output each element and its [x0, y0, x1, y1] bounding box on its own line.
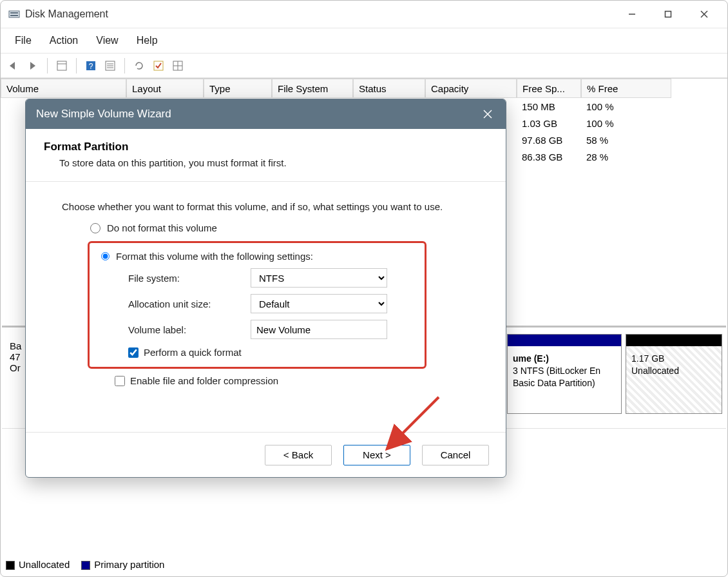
partition-detail: 1.17 GB [631, 353, 716, 365]
svg-rect-2 [10, 15, 18, 16]
window-controls [614, 1, 722, 28]
partition-detail: Basic Data Partition) [513, 377, 616, 389]
svg-text:?: ? [89, 62, 93, 71]
th-capacity[interactable]: Capacity [425, 79, 517, 98]
properties-icon[interactable] [53, 57, 71, 75]
forward-icon[interactable] [24, 57, 42, 75]
cell-free: 150 MB [517, 98, 581, 115]
cancel-button[interactable]: Cancel [422, 445, 489, 465]
svg-rect-1 [10, 12, 18, 14]
table-header: Volume Layout Type File System Status Ca… [1, 79, 727, 98]
select-allocation[interactable]: Default [251, 294, 387, 313]
input-volume-label[interactable] [251, 320, 387, 339]
titlebar: Disk Management [1, 1, 727, 28]
disk-mgmt-icon [8, 8, 20, 20]
check-icon[interactable] [149, 57, 168, 75]
th-free[interactable]: Free Sp... [517, 79, 581, 98]
minimize-button[interactable] [614, 1, 650, 28]
th-filesystem[interactable]: File System [272, 79, 353, 98]
checkbox-quick-format-label: Perform a quick format [144, 347, 242, 358]
radio-format[interactable]: Format this volume with the following se… [101, 251, 413, 262]
dialog-title: New Simple Volume Wizard [36, 108, 171, 121]
dialog-close-button[interactable] [480, 106, 495, 122]
partition-stripe [626, 335, 722, 346]
partition-detail: Unallocated [631, 365, 716, 377]
radio-no-format-input[interactable] [90, 223, 101, 233]
legend: Unallocated Primary partition [6, 559, 164, 570]
partition-title: ume (E:) [513, 353, 616, 365]
cell-pct: 100 % [581, 98, 671, 115]
checkbox-quick-format[interactable]: Perform a quick format [128, 347, 413, 358]
radio-format-input[interactable] [101, 252, 110, 260]
separator [47, 58, 48, 73]
checkbox-compression[interactable]: Enable file and folder compression [115, 375, 480, 386]
cell-free: 86.38 GB [517, 148, 581, 165]
back-icon[interactable] [5, 57, 23, 75]
menu-help[interactable]: Help [128, 31, 167, 50]
wizard-dialog: New Simple Volume Wizard Format Partitio… [25, 99, 506, 478]
cell-free: 1.03 GB [517, 115, 581, 132]
dialog-subheading: To store data on this partition, you mus… [59, 157, 488, 168]
th-layout[interactable]: Layout [126, 79, 204, 98]
label-volume-label: Volume label: [128, 324, 251, 335]
svg-rect-7 [57, 61, 66, 70]
radio-no-format[interactable]: Do not format this volume [90, 222, 480, 233]
dialog-titlebar: New Simple Volume Wizard [26, 99, 506, 129]
toolbar: ? [1, 54, 727, 78]
th-type[interactable]: Type [204, 79, 272, 98]
cell-pct: 28 % [581, 148, 671, 165]
next-button[interactable]: Next > [343, 445, 410, 465]
help-icon[interactable]: ? [82, 57, 100, 75]
partition-stripe [508, 335, 621, 346]
dialog-body: Choose whether you want to format this v… [26, 182, 506, 393]
cell-pct: 100 % [581, 115, 671, 132]
th-pctfree[interactable]: % Free [581, 79, 671, 98]
legend-primary: Primary partition [81, 559, 164, 570]
refresh-icon[interactable] [130, 57, 148, 75]
separator [76, 58, 77, 73]
window-title: Disk Management [25, 8, 614, 20]
swatch-blue [81, 561, 90, 570]
highlight-box: Format this volume with the following se… [88, 241, 426, 369]
menu-file[interactable]: File [6, 31, 41, 50]
dialog-instruction: Choose whether you want to format this v… [62, 201, 480, 212]
row-filesystem: File system: NTFS [128, 268, 413, 288]
partition-unallocated[interactable]: 1.17 GB Unallocated [626, 334, 722, 414]
radio-no-format-label: Do not format this volume [107, 222, 217, 233]
separator [124, 58, 125, 73]
row-allocation: Allocation unit size: Default [128, 294, 413, 313]
label-allocation: Allocation unit size: [128, 298, 251, 309]
checkbox-compression-label: Enable file and folder compression [130, 375, 278, 386]
cell-free: 97.68 GB [517, 132, 581, 148]
menu-view[interactable]: View [87, 31, 127, 50]
svg-rect-4 [666, 12, 671, 17]
radio-format-label: Format this volume with the following se… [116, 251, 313, 262]
th-volume[interactable]: Volume [1, 79, 126, 98]
legend-unallocated: Unallocated [6, 559, 70, 570]
grid-icon[interactable] [169, 57, 187, 75]
svg-rect-0 [9, 11, 19, 17]
checkbox-compression-input[interactable] [115, 376, 125, 386]
select-filesystem[interactable]: NTFS [251, 268, 387, 288]
partition-e[interactable]: ume (E:) 3 NTFS (BitLocker En Basic Data… [507, 334, 622, 414]
dialog-footer: < Back Next > Cancel [26, 432, 506, 477]
cell-pct: 58 % [581, 132, 671, 148]
partition-detail: 3 NTFS (BitLocker En [513, 365, 616, 377]
row-volume-label: Volume label: [128, 320, 413, 339]
list-icon[interactable] [101, 57, 119, 75]
dialog-heading: Format Partition [44, 141, 488, 153]
maximize-button[interactable] [650, 1, 686, 28]
close-button[interactable] [686, 1, 722, 28]
swatch-black [6, 561, 15, 570]
menubar: File Action View Help [1, 28, 727, 54]
label-filesystem: File system: [128, 273, 251, 284]
menu-action[interactable]: Action [41, 31, 87, 50]
back-button[interactable]: < Back [265, 445, 332, 465]
checkbox-quick-format-input[interactable] [128, 347, 139, 358]
dialog-header: Format Partition To store data on this p… [26, 129, 506, 182]
th-status[interactable]: Status [353, 79, 425, 98]
